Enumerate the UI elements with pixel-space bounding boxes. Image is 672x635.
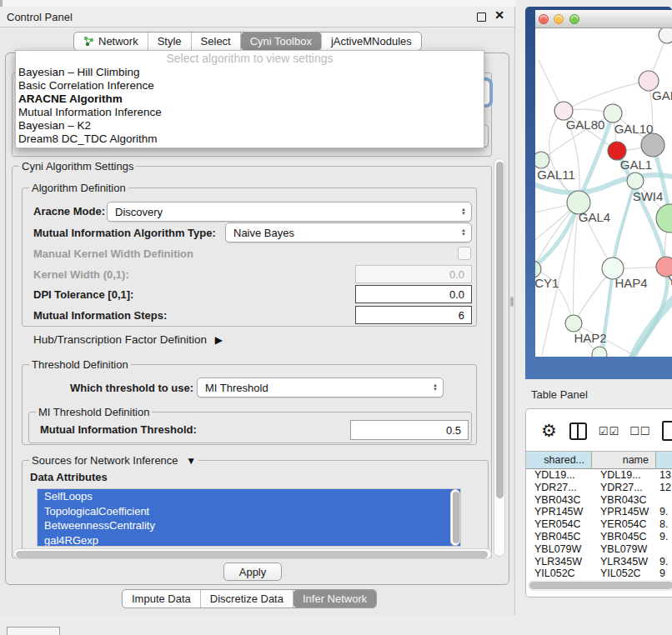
network-node-label-y: Y bbox=[668, 273, 672, 288]
manual-kernel-checkbox[interactable] bbox=[458, 247, 471, 260]
popup-item-bayesian-k2[interactable]: Bayesian – K2 bbox=[16, 119, 484, 132]
tab-select[interactable]: Select bbox=[192, 32, 241, 50]
network-window-titlebar[interactable] bbox=[535, 10, 672, 28]
which-threshold-value: MI Threshold bbox=[205, 382, 268, 394]
network-node-label-gal80: GAL80 bbox=[566, 118, 605, 132]
deselect-all-checks-icon[interactable]: ☐☐ bbox=[629, 425, 650, 438]
network-graph[interactable]: GALGAL80GAL10GAL1GAL11SWI4GAL4GCY1HAP4YH… bbox=[535, 28, 672, 357]
settings-horizontal-scrollbar[interactable] bbox=[13, 548, 492, 559]
tab-style[interactable]: Style bbox=[148, 32, 192, 50]
table-row[interactable]: YER054CYER054C8. bbox=[526, 518, 672, 531]
expand-collapsed-icon[interactable]: ▶ bbox=[215, 334, 223, 346]
table-cell: YBL079W bbox=[592, 543, 656, 556]
table-row[interactable]: YBL079WYBL079W bbox=[526, 543, 672, 556]
close-panel-icon[interactable]: ✕ bbox=[494, 8, 504, 22]
table-row[interactable]: YIL052CYIL052C9 bbox=[526, 568, 672, 580]
data-attributes-label: Data Attributes bbox=[30, 471, 108, 483]
network-node-gal11[interactable] bbox=[535, 152, 549, 168]
control-panel-tabs: NetworkStyleSelectCyni ToolboxjActiveMNo… bbox=[73, 32, 422, 51]
network-node-label-hap2: HAP2 bbox=[574, 331, 606, 345]
network-node-node-green-large[interactable] bbox=[656, 204, 672, 232]
table-horizontal-scrollbar[interactable] bbox=[528, 580, 672, 591]
tab-infer-network[interactable]: Infer Network bbox=[293, 590, 376, 608]
network-node-gal10[interactable] bbox=[604, 104, 622, 122]
algorithm-popup-placeholder: Select algorithm to view settings bbox=[16, 51, 484, 66]
threshold-definition-title: Threshold Definition bbox=[29, 358, 131, 371]
network-edge-thick bbox=[632, 293, 672, 357]
popup-item-mutual-information-inference[interactable]: Mutual Information Inference bbox=[16, 106, 484, 119]
column-layout-icon[interactable] bbox=[569, 422, 587, 440]
tab-jactivemnodules[interactable]: jActiveMNodules bbox=[322, 32, 421, 50]
which-threshold-combo[interactable]: MI Threshold ▲▼ bbox=[197, 378, 444, 398]
table-row[interactable]: YDL19...YDL19...13 bbox=[526, 469, 672, 482]
table-cell: 9. bbox=[656, 556, 672, 568]
page-icon[interactable] bbox=[662, 421, 672, 441]
close-window-icon[interactable] bbox=[539, 14, 549, 24]
popup-item-dream8-dc-tdc-algorithm[interactable]: Dream8 DC_TDC Algorithm bbox=[16, 132, 484, 146]
table-row[interactable]: YBR043CYBR043C bbox=[526, 494, 672, 507]
algorithm-popup-list: Bayesian – Hill ClimbingBasic Correlatio… bbox=[16, 66, 484, 146]
data-attributes-list[interactable]: SelfLoopsTopologicalCoefficientBetweenne… bbox=[37, 488, 461, 547]
network-node-label-gal4: GAL4 bbox=[579, 210, 610, 224]
apply-button[interactable]: Apply bbox=[223, 562, 282, 581]
table-row[interactable]: YDR27...YDR27...12 bbox=[526, 482, 672, 494]
kernel-width-value: 0.0 bbox=[449, 268, 464, 281]
network-node-node-partial-bottom[interactable] bbox=[592, 347, 607, 357]
table-cell: YPR145W bbox=[592, 506, 656, 518]
network-node-label-gcy1: GCY1 bbox=[535, 276, 559, 290]
tab-cyni-toolbox[interactable]: Cyni Toolbox bbox=[241, 32, 322, 50]
mi-type-combo[interactable]: Naive Bayes ▲▼ bbox=[225, 222, 472, 242]
panel-splitter-handle[interactable] bbox=[510, 297, 514, 307]
network-node-hap2[interactable] bbox=[565, 315, 582, 332]
column-header-shared[interactable]: shared... bbox=[526, 452, 592, 468]
attributes-scrollbar[interactable] bbox=[450, 489, 460, 546]
attribute-item-betweennesscentrality[interactable]: BetweennessCentrality bbox=[38, 518, 460, 533]
sources-title[interactable]: Sources for Network Inference ▼ bbox=[29, 454, 198, 467]
control-panel-titlebar: Control Panel ✕ bbox=[0, 7, 514, 28]
network-node-node-gray[interactable] bbox=[641, 133, 664, 157]
network-node-node-partial-top[interactable] bbox=[659, 28, 672, 43]
kernel-width-input: 0.0 bbox=[355, 265, 472, 283]
popup-item-aracne-algorithm[interactable]: ARACNE Algorithm bbox=[16, 92, 484, 106]
column-header-2[interactable] bbox=[656, 452, 672, 468]
network-node-swi4[interactable] bbox=[627, 172, 644, 189]
partial-bottom-button[interactable] bbox=[7, 627, 60, 635]
mi-steps-label: Mutual Information Steps: bbox=[33, 309, 167, 322]
table-toolbar: ⚙ ☑☑ ☐☐ bbox=[526, 414, 672, 448]
settings-vertical-scrollbar[interactable] bbox=[494, 158, 505, 557]
popup-item-bayesian-hill-climbing[interactable]: Bayesian – Hill Climbing bbox=[16, 66, 484, 79]
attribute-item-selfloops[interactable]: SelfLoops bbox=[38, 489, 460, 504]
zoom-window-icon[interactable] bbox=[569, 14, 579, 24]
table-row[interactable]: YBR045CYBR045C9. bbox=[526, 531, 672, 543]
dpi-tolerance-input[interactable]: 0.0 bbox=[355, 285, 472, 303]
tab-impute-data[interactable]: Impute Data bbox=[123, 590, 201, 608]
hub-factor-section[interactable]: Hub/Transcription Factor Definition ▶ bbox=[33, 333, 223, 346]
tab-discretize-data[interactable]: Discretize Data bbox=[201, 590, 293, 608]
tab-network[interactable]: Network bbox=[74, 32, 148, 50]
column-header-name[interactable]: name bbox=[592, 452, 656, 468]
network-canvas[interactable]: GALGAL80GAL10GAL1GAL11SWI4GAL4GCY1HAP4YH… bbox=[535, 28, 672, 357]
expand-expanded-icon[interactable]: ▼ bbox=[186, 455, 196, 467]
settings-gear-icon[interactable]: ⚙ bbox=[541, 421, 557, 441]
minimize-window-icon[interactable] bbox=[554, 14, 564, 24]
table-row[interactable]: YPR145WYPR145W9. bbox=[526, 506, 672, 518]
table-cell: YIL052C bbox=[526, 568, 592, 580]
table-cell: YBR045C bbox=[526, 531, 592, 543]
attribute-item-gal4rgexp[interactable]: gal4RGexp bbox=[38, 533, 460, 548]
network-node-label-gal: GAL bbox=[652, 88, 672, 102]
select-all-checks-icon[interactable]: ☑☑ bbox=[599, 425, 619, 438]
table-cell: YPR145W bbox=[526, 506, 592, 518]
mi-steps-input[interactable]: 6 bbox=[355, 306, 472, 324]
popup-item-basic-correlation-inference[interactable]: Basic Correlation Inference bbox=[16, 79, 484, 92]
table-cell: 9 bbox=[656, 568, 672, 580]
table-cell: YER054C bbox=[592, 518, 656, 531]
float-window-icon[interactable] bbox=[477, 12, 486, 22]
tab-label: Impute Data bbox=[132, 592, 191, 605]
corner-mark bbox=[0, 0, 3, 7]
table-row[interactable]: YLR345WYLR345W9. bbox=[526, 556, 672, 568]
table-cell: 13 bbox=[656, 469, 672, 482]
tab-label: Style bbox=[158, 35, 182, 48]
aracne-mode-combo[interactable]: Discovery ▲▼ bbox=[107, 202, 472, 222]
mi-threshold-input[interactable]: 0.5 bbox=[350, 420, 469, 440]
attribute-item-topologicalcoefficient[interactable]: TopologicalCoefficient bbox=[38, 504, 460, 519]
